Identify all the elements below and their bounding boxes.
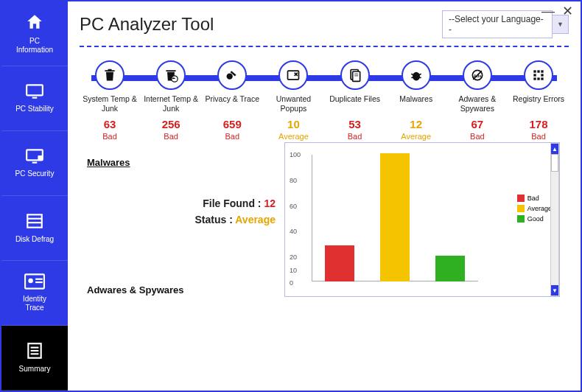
scan-item-count: 256: [162, 118, 180, 130]
scan-item[interactable]: Registry Errors178Bad: [510, 60, 567, 141]
scroll-thumb[interactable]: [551, 154, 558, 172]
chart-ytick: 0: [290, 279, 293, 287]
scrollbar[interactable]: ▲ ▼: [550, 143, 559, 296]
chart-ytick: 20: [290, 253, 297, 261]
detail-panel: Malwares File Found : 12 Status : Averag…: [80, 157, 278, 391]
scan-item-status: Average: [401, 132, 431, 141]
status-label: Status :: [195, 214, 236, 225]
sidebar-item-pc-stability[interactable]: PC Stability: [1, 66, 68, 131]
scan-item-count: 67: [471, 118, 484, 130]
id-card-icon: [24, 273, 45, 291]
sidebar-item-label: Identity Trace: [23, 295, 46, 312]
popup-x-icon: [278, 60, 308, 90]
chart-ytick: 80: [290, 177, 297, 184]
svg-rect-36: [541, 70, 543, 72]
scan-item-count: 659: [223, 118, 242, 130]
scan-item[interactable]: Internet Temp & Junk256Bad: [142, 60, 200, 141]
bug-icon: [402, 60, 431, 90]
language-combo-text: --Select your Language--: [442, 10, 553, 38]
page-title: PC Analyzer Tool: [80, 14, 214, 35]
scan-item-status: Bad: [102, 132, 117, 141]
legend-item-good: Good: [517, 215, 552, 223]
scan-item-label: Registry Errors: [513, 94, 564, 113]
file-found-value: 12: [264, 197, 276, 209]
close-button[interactable]: ✕: [562, 6, 573, 16]
scan-item-status: Bad: [164, 132, 178, 141]
scan-item-label: Internet Temp & Junk: [142, 94, 200, 113]
main-content: PC Analyzer Tool --Select your Language-…: [68, 1, 581, 391]
sidebar-item-label: PC Information: [16, 37, 53, 55]
sidebar-item-pc-information[interactable]: PC Information: [1, 1, 68, 66]
scan-summary-row: System Temp & Junk63BadInternet Temp & J…: [80, 60, 569, 141]
svg-rect-38: [541, 74, 543, 76]
svg-rect-39: [533, 77, 536, 80]
legend-label: Bad: [527, 195, 539, 202]
chart-ytick: 100: [290, 151, 301, 158]
monitor-lock-icon: [25, 148, 44, 166]
scan-item-label: System Temp & Junk: [81, 94, 139, 113]
sidebar-item-pc-security[interactable]: PC Security: [1, 131, 68, 196]
svg-rect-10: [35, 279, 43, 280]
key-icon: [217, 60, 247, 90]
duplicate-files-icon: [340, 60, 370, 90]
scan-item[interactable]: AdsAdwares & Spywares67Bad: [449, 60, 506, 141]
scan-item[interactable]: Unwanted Popups10Average: [264, 60, 322, 141]
legend-item-bad: Bad: [517, 195, 552, 202]
window-controls: — ✕: [541, 6, 573, 16]
svg-point-26: [413, 72, 420, 81]
chart-bar: [325, 245, 354, 281]
sidebar: PC Information PC Stability PC Security …: [1, 1, 68, 391]
chart-bar: [380, 153, 410, 281]
sidebar-item-identity-trace[interactable]: Identity Trace: [1, 261, 68, 326]
svg-point-17: [227, 74, 233, 80]
next-section-title: Adwares & Spywares: [87, 284, 278, 295]
scan-item-count: 12: [410, 118, 422, 130]
scroll-up-icon[interactable]: ▲: [551, 144, 558, 154]
no-ads-icon: Ads: [463, 60, 492, 90]
minimize-button[interactable]: —: [541, 6, 555, 16]
chart-ytick: 60: [290, 203, 297, 210]
svg-rect-5: [27, 214, 42, 227]
scan-item-label: Unwanted Popups: [264, 94, 322, 113]
chart-bar: [435, 256, 465, 281]
legend-label: Good: [527, 215, 544, 223]
status-value: Average: [235, 214, 276, 225]
sidebar-item-summary[interactable]: Summary: [1, 326, 68, 391]
svg-rect-23: [352, 71, 360, 81]
sidebar-item-disk-defrag[interactable]: Disk Defrag: [1, 196, 68, 261]
scan-item-status: Bad: [225, 132, 239, 141]
scroll-down-icon[interactable]: ▼: [551, 285, 558, 295]
sidebar-item-label: PC Stability: [15, 105, 54, 113]
scan-item-label: Duplicate Files: [329, 94, 380, 113]
scan-item-count: 53: [348, 118, 361, 130]
monitor-icon: [25, 83, 44, 101]
svg-rect-11: [35, 281, 43, 283]
legend-item-avg: Average: [517, 205, 552, 212]
chart-container: Bad Average Good ▲ ▼ 01020406080100: [284, 142, 560, 297]
svg-rect-3: [38, 155, 43, 161]
scan-item-count: 10: [287, 118, 300, 130]
file-found-row: File Found : 12: [87, 197, 278, 209]
scan-item[interactable]: Duplicate Files53Bad: [326, 60, 384, 141]
scan-item[interactable]: System Temp & Junk63Bad: [81, 60, 139, 141]
svg-rect-4: [32, 162, 38, 164]
chart-ytick: 10: [290, 267, 297, 274]
legend-swatch-bad: [517, 195, 525, 202]
scan-item-count: 63: [104, 118, 116, 130]
scan-item-label: Privacy & Trace: [206, 94, 260, 113]
scan-item-label: Malwares: [399, 94, 432, 113]
scan-item[interactable]: Privacy & Trace659Bad: [203, 60, 261, 141]
svg-rect-41: [541, 77, 543, 80]
svg-point-9: [28, 279, 32, 283]
trash-icon: [95, 60, 125, 90]
scan-item-status: Bad: [531, 132, 546, 141]
scan-item[interactable]: Malwares12Average: [388, 60, 445, 141]
sidebar-item-label: Disk Defrag: [15, 235, 54, 244]
scan-item-count: 178: [529, 118, 547, 130]
svg-rect-35: [537, 70, 539, 72]
header-divider: [80, 46, 569, 47]
chart-ytick: 40: [290, 228, 297, 235]
summary-icon: [25, 342, 44, 361]
registry-grid-icon: [524, 60, 553, 90]
svg-rect-1: [32, 97, 38, 99]
